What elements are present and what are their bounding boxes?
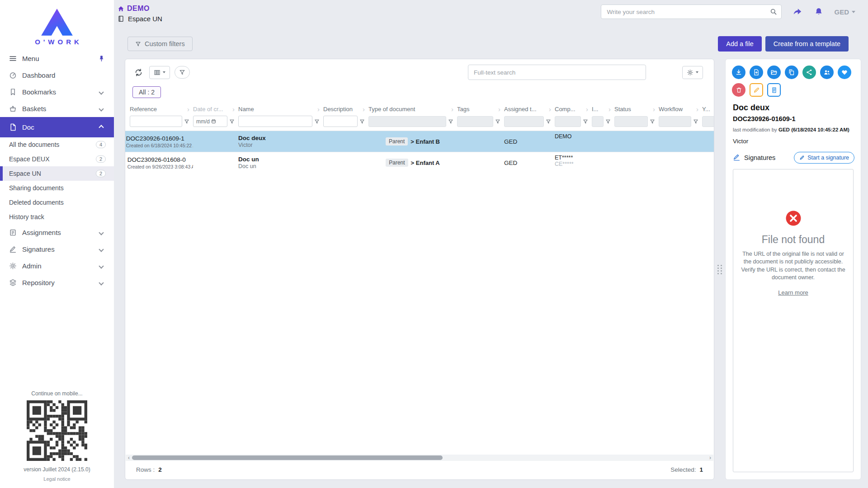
share-button[interactable]: [792, 6, 803, 18]
column-menu-icon[interactable]: ›: [451, 105, 457, 113]
column-menu-icon[interactable]: ›: [498, 105, 504, 113]
scrollbar-track[interactable]: [132, 455, 707, 461]
grid-settings-button[interactable]: [682, 66, 703, 79]
sidebar-subitem-espace-deux[interactable]: Espace DEUX 2: [0, 152, 114, 166]
filter-y-select[interactable]: [702, 116, 714, 127]
funnel-icon[interactable]: [229, 119, 235, 124]
sidebar-subitem-espace-un[interactable]: Espace UN 2: [0, 166, 114, 181]
delete-button[interactable]: [732, 83, 745, 97]
edit-button[interactable]: [750, 83, 763, 97]
column-header-assigned[interactable]: Assigned t...›: [504, 105, 555, 113]
add-file-button[interactable]: Add a file: [718, 36, 761, 52]
scrollbar-thumb[interactable]: [132, 455, 443, 460]
funnel-icon[interactable]: [693, 119, 698, 124]
filter-workflow-select[interactable]: [659, 116, 691, 127]
column-menu-icon[interactable]: ›: [232, 105, 238, 113]
filter-company-select[interactable]: [555, 116, 581, 127]
table-row[interactable]: DOC230926-01609-1 Created on 6/18/2024 1…: [125, 131, 714, 152]
start-signature-button[interactable]: Start a signature: [794, 152, 854, 164]
column-header-y[interactable]: Y...: [702, 105, 714, 113]
funnel-icon[interactable]: [184, 119, 189, 124]
global-search-input[interactable]: [601, 5, 782, 19]
column-menu-icon[interactable]: ›: [317, 105, 323, 113]
funnel-icon[interactable]: [650, 119, 655, 124]
share-document-button[interactable]: [802, 66, 816, 79]
funnel-icon[interactable]: [314, 119, 320, 124]
funnel-icon[interactable]: [495, 119, 500, 124]
column-header-tags[interactable]: Tags›: [457, 105, 504, 113]
column-header-name[interactable]: Name›: [238, 105, 323, 113]
sidebar-item-signatures[interactable]: Signatures: [0, 241, 114, 258]
notifications-button[interactable]: [813, 6, 824, 17]
filter-tags-select[interactable]: [457, 116, 493, 127]
horizontal-scrollbar[interactable]: ‹ ›: [126, 455, 713, 461]
filter-assigned-select[interactable]: [504, 116, 544, 127]
funnel-icon[interactable]: [546, 119, 551, 124]
fulltext-search-input[interactable]: [468, 65, 646, 80]
copy-icon: [788, 69, 795, 76]
create-from-template-button[interactable]: Create from a template: [765, 36, 849, 52]
tab-all[interactable]: All : 2: [132, 86, 161, 98]
table-row[interactable]: PDF DOC230926-01608-0 Created on 9/26/20…: [125, 152, 714, 173]
app-home-link[interactable]: DEMO: [118, 5, 162, 13]
scroll-left-arrow[interactable]: ‹: [126, 455, 132, 461]
column-header-status[interactable]: Status›: [614, 105, 659, 113]
funnel-icon[interactable]: [448, 119, 453, 124]
menu-toggle[interactable]: Menu: [0, 50, 114, 67]
column-header-date[interactable]: Date of cr...›: [193, 105, 238, 113]
user-menu[interactable]: GED: [834, 8, 855, 16]
refresh-button[interactable]: [132, 66, 145, 79]
funnel-icon[interactable]: [583, 119, 588, 124]
sidebar-item-doc[interactable]: Doc: [0, 117, 114, 137]
open-folder-button[interactable]: [767, 66, 781, 79]
filter-type-select[interactable]: [368, 116, 446, 127]
column-header-reference[interactable]: Reference›: [125, 105, 193, 113]
learn-more-link[interactable]: Learn more: [778, 289, 808, 296]
add-version-button[interactable]: [750, 66, 763, 79]
column-menu-icon[interactable]: ›: [187, 105, 193, 113]
pin-icon[interactable]: [98, 55, 105, 62]
search-icon[interactable]: [770, 8, 777, 15]
sidebar-item-assignments[interactable]: Assignments: [0, 224, 114, 241]
column-header-description[interactable]: Description›: [323, 105, 368, 113]
panel-resize-handle[interactable]: [714, 59, 725, 480]
assign-users-button[interactable]: [820, 66, 834, 79]
filter-date-input[interactable]: mm/d: [193, 116, 227, 127]
column-menu-icon[interactable]: ›: [363, 105, 368, 113]
column-header-i[interactable]: I...›: [592, 105, 614, 113]
funnel-icon[interactable]: [359, 119, 365, 124]
favorite-button[interactable]: [838, 66, 851, 79]
column-header-type[interactable]: Type of document›: [368, 105, 457, 113]
sidebar-item-repository[interactable]: Repository: [0, 274, 114, 291]
filter-i-select[interactable]: [592, 116, 604, 127]
sidebar-subitem-deleted-documents[interactable]: Deleted documents: [0, 195, 114, 210]
sidebar-item-baskets[interactable]: Baskets: [0, 100, 114, 117]
column-menu-icon[interactable]: ›: [696, 105, 702, 113]
column-menu-icon[interactable]: ›: [653, 105, 659, 113]
column-menu-icon[interactable]: ›: [586, 105, 592, 113]
column-menu-icon[interactable]: ›: [549, 105, 555, 113]
filter-status-select[interactable]: [614, 116, 648, 127]
sidebar-subitem-history-track[interactable]: History track: [0, 210, 114, 224]
column-header-workflow[interactable]: Workflow›: [659, 105, 702, 113]
sidebar-item-admin[interactable]: Admin: [0, 258, 114, 274]
column-header-company[interactable]: Comp...›: [555, 105, 592, 113]
columns-button[interactable]: [149, 66, 170, 79]
sidebar-subitem-sharing-documents[interactable]: Sharing documents: [0, 181, 114, 195]
app-logo[interactable]: O'WORK: [0, 0, 114, 50]
sidebar-item-dashboard[interactable]: Dashboard: [0, 67, 114, 84]
grid-filter-button[interactable]: [175, 66, 190, 79]
filter-reference-input[interactable]: [130, 116, 182, 127]
properties-button[interactable]: [767, 83, 781, 97]
filter-description-input[interactable]: [323, 116, 358, 127]
sidebar-item-bookmarks[interactable]: Bookmarks: [0, 84, 114, 100]
column-menu-icon[interactable]: ›: [609, 105, 614, 113]
sidebar-subitem-all-documents[interactable]: All the documents 4: [0, 137, 114, 152]
download-button[interactable]: [732, 66, 745, 79]
filter-name-input[interactable]: [238, 116, 312, 127]
funnel-icon[interactable]: [605, 119, 611, 124]
legal-notice-link[interactable]: Legal notice: [43, 476, 70, 482]
scroll-right-arrow[interactable]: ›: [707, 455, 713, 461]
custom-filters-button[interactable]: Custom filters: [127, 37, 193, 51]
copy-button[interactable]: [785, 66, 798, 79]
